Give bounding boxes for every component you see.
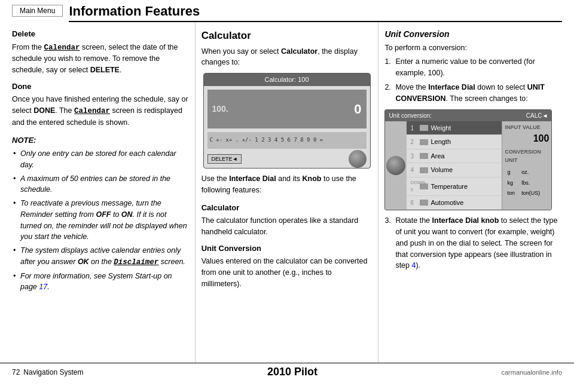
auto-icon [420,200,428,206]
length-icon [420,139,428,145]
calculator-screen: Calculator: 100 100. 0 C +- x÷ . +/- 1 2… [203,73,371,169]
step-3: 3. Rotate the Interface Dial knob to sel… [384,215,562,271]
sub-unit-title: Unit Conversion [201,243,373,255]
note-item-3: To reactivate a previous message, turn t… [12,198,189,243]
page-number: 72 [12,368,20,376]
main-menu-label: Main Menu [20,7,55,15]
uc-conv-table: goz. kglbs. tonton(US) [505,167,549,200]
steps-list-2: 3. Rotate the Interface Dial knob to sel… [384,215,562,271]
page-17-link[interactable]: 17 [39,283,47,291]
unit-conv-intro: To perform a conversion: [384,42,562,54]
uc-item-area: 3 Area [407,149,502,164]
page-title: Information Features [69,4,562,22]
calc-value: 0 [354,99,361,119]
calc-bottom: DELETE◄ [207,150,367,168]
volume-icon [420,167,428,173]
uc-item-length: 2 Length [407,135,502,149]
sub-calc-text: The calculator function operates like a … [201,215,373,238]
uc-right-panel: INPUT VALUE 100 CONVERSION UNIT goz. kgl… [502,121,551,210]
step-1: 1. Enter a numeric value to be converted… [384,56,562,79]
done-text: Once you have finished entering the sche… [12,94,189,128]
footer-right-text: carmanualonline.info [501,369,562,376]
calc-display: 100. 0 [207,90,367,128]
footer-center-text: 2010 Pilot [267,366,317,378]
calc-title-bar: Calculator: 100 [204,74,370,86]
uc-title-bar: Unit conversion: CALC◄ [385,110,551,121]
mid-column: Calculator When you say or select Calcul… [196,22,379,363]
calc-buttons: C +- x÷ . +/- 1 2 3 4 5 6 7 8 9 0 = [207,132,367,149]
step-4-link[interactable]: 4 [412,261,416,270]
uc-body: 1 Weight 2 Length 3 Area [385,121,551,210]
right-column: Unit Conversion To perform a conversion:… [378,22,562,363]
note-item-1: Only one entry can be stored for each ca… [12,148,189,171]
calc-intro: When you say or select Calculator, the d… [201,46,373,69]
done-title: Done [12,81,189,93]
calc-knob [349,150,367,168]
uc-item-volume: 4 Volume [407,163,502,177]
unit-conv-title: Unit Conversion [384,28,562,41]
main-menu-box[interactable]: Main Menu [12,5,63,17]
calc-instruction: Use the Interface Dial and its Knob to u… [201,173,373,196]
uc-item-automotive: 6 Automotive [407,196,502,210]
uc-conv-row-2: kglbs. [506,179,548,188]
uc-item-weight: 1 Weight [407,121,502,136]
sub-calc-title: Calculator [201,202,373,214]
uc-input-label: INPUT VALUE [505,124,549,132]
sub-unit-text: Values entered on the calculator can be … [201,256,373,289]
top-header: Main Menu Information Features [0,0,574,22]
unit-conversion-screen: Unit conversion: CALC◄ 1 Weight 2 [384,109,552,211]
footer: 72 Navigation System 2010 Pilot carmanua… [0,363,574,381]
nav-system-label: Navigation System [23,368,83,376]
uc-input-value: 100 [505,131,549,146]
uc-dial-knob [386,156,405,175]
uc-knob-side [385,121,407,210]
footer-right: carmanualonline.info [501,369,562,376]
calculator-title: Calculator [201,28,373,44]
note-item-5: For more information, see System Start-u… [12,271,189,293]
note-title: NOTE: [12,134,189,146]
steps-list: 1. Enter a numeric value to be converted… [384,56,562,105]
calc-delete-btn[interactable]: DELETE◄ [207,154,242,164]
uc-conv-row-1: goz. [506,168,548,177]
temp-icon [420,183,428,189]
content-columns: Delete From the Calendar screen, select … [0,22,574,363]
footer-left: 72 Navigation System [12,368,83,376]
area-icon [420,153,428,159]
uc-screen-title: Unit conversion: [389,111,432,120]
delete-text: From the Calendar screen, select the dat… [12,42,189,76]
footer-center: 2010 Pilot [267,366,317,378]
note-item-4: The system displays active calendar entr… [12,245,189,268]
step-2: 2. Move the Interface Dial down to selec… [384,82,562,105]
note-item-2: A maximum of 50 entries can be stored in… [12,173,189,196]
weight-icon [420,125,428,131]
uc-conv-row-3: tonton(US) [506,189,548,198]
uc-conv-unit-label: CONVERSION UNIT [505,148,549,164]
left-column: Delete From the Calendar screen, select … [12,22,196,363]
delete-title: Delete [12,28,189,40]
uc-item-temperature: DOWN 5 Temperature [407,177,502,196]
uc-list: 1 Weight 2 Length 3 Area [407,121,502,210]
uc-calc-label: CALC◄ [526,111,548,120]
note-list: Only one entry can be stored for each ca… [12,148,189,293]
